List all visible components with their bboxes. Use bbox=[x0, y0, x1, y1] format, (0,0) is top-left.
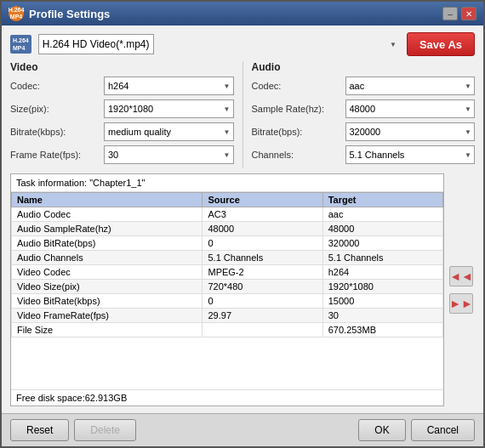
table-cell: h264 bbox=[322, 265, 442, 280]
video-codec-select[interactable]: h264 bbox=[104, 77, 234, 95]
audio-channels-select[interactable]: 5.1 Channels bbox=[345, 145, 476, 164]
save-as-button[interactable]: Save As bbox=[407, 32, 475, 56]
bottom-bar: Reset Delete OK Cancel bbox=[2, 413, 483, 446]
audio-codec-label: Codec: bbox=[252, 81, 345, 91]
next-arrow-button[interactable]: ►► bbox=[449, 293, 473, 314]
table-cell: 670.253MB bbox=[322, 323, 442, 337]
main-area: Task information: "Chapter1_1" Name Sour… bbox=[10, 173, 475, 406]
table-cell: Audio SampleRate(hz) bbox=[12, 222, 203, 236]
table-row: File Size670.253MB bbox=[12, 323, 443, 337]
video-framerate-wrapper: 30 bbox=[104, 145, 234, 164]
audio-bitrate-select[interactable]: 320000 bbox=[345, 122, 476, 141]
audio-section: Audio Codec: aac Sample Rate(hz): 48000 bbox=[252, 61, 476, 168]
delete-button[interactable]: Delete bbox=[74, 419, 136, 441]
video-size-label: Size(pix): bbox=[10, 104, 104, 114]
task-info-header: Task information: "Chapter1_1" bbox=[11, 174, 443, 192]
video-section: Video Codec: h264 Size(pix): 1920*1080 bbox=[10, 61, 234, 168]
video-size-select[interactable]: 1920*1080 bbox=[104, 99, 234, 118]
audio-channels-label: Channels: bbox=[252, 150, 345, 160]
preset-select-wrapper: H.264 HD Video(*.mp4) bbox=[38, 34, 400, 54]
table-cell: 0 bbox=[203, 236, 322, 251]
audio-samplerate-wrapper: 48000 bbox=[345, 99, 476, 118]
video-framerate-row: Frame Rate(fps): 30 bbox=[10, 145, 234, 164]
format-icon: H.264MP4 bbox=[10, 35, 31, 54]
audio-samplerate-row: Sample Rate(hz): 48000 bbox=[252, 99, 476, 118]
table-row: Audio CodecAC3aac bbox=[12, 207, 443, 222]
preset-row: H.264MP4 H.264 HD Video(*.mp4) Save As bbox=[10, 32, 475, 56]
table-cell: Audio BitRate(bps) bbox=[12, 236, 203, 251]
table-cell: 720*480 bbox=[203, 280, 322, 294]
table-row: Audio SampleRate(hz)4800048000 bbox=[12, 222, 443, 236]
table-cell: 320000 bbox=[322, 236, 442, 251]
section-divider bbox=[242, 61, 243, 168]
col-source: Source bbox=[203, 193, 322, 207]
table-cell: Video BitRate(kbps) bbox=[12, 294, 203, 309]
table-cell: 29.97 bbox=[203, 309, 322, 323]
ok-button[interactable]: OK bbox=[358, 419, 405, 441]
preset-select[interactable]: H.264 HD Video(*.mp4) bbox=[38, 34, 154, 54]
audio-bitrate-row: Bitrate(bps): 320000 bbox=[252, 122, 476, 141]
window-title: Profile Settings bbox=[29, 8, 437, 20]
table-cell: aac bbox=[322, 207, 442, 222]
audio-codec-select[interactable]: aac bbox=[345, 77, 476, 95]
video-codec-row: Codec: h264 bbox=[10, 77, 234, 95]
task-info-panel: Task information: "Chapter1_1" Name Sour… bbox=[10, 173, 444, 406]
window-controls: – ✕ bbox=[442, 7, 476, 20]
table-cell: 5.1 Channels bbox=[203, 251, 322, 265]
col-name: Name bbox=[12, 193, 203, 207]
task-table: Name Source Target Audio CodecAC3aacAudi… bbox=[11, 192, 443, 337]
video-bitrate-select[interactable]: medium quality bbox=[104, 122, 234, 141]
table-cell: File Size bbox=[12, 323, 203, 337]
reset-button[interactable]: Reset bbox=[10, 419, 69, 441]
table-cell: Audio Channels bbox=[12, 251, 203, 265]
audio-channels-row: Channels: 5.1 Channels bbox=[252, 145, 476, 164]
main-left: Task information: "Chapter1_1" Name Sour… bbox=[10, 173, 444, 406]
col-target: Target bbox=[322, 193, 442, 207]
audio-codec-row: Codec: aac bbox=[252, 77, 476, 95]
minimize-button[interactable]: – bbox=[442, 7, 458, 20]
video-framerate-label: Frame Rate(fps): bbox=[10, 150, 104, 160]
video-section-title: Video bbox=[10, 61, 234, 73]
title-bar: H.264MP4 Profile Settings – ✕ bbox=[2, 2, 483, 26]
audio-section-title: Audio bbox=[252, 61, 476, 73]
table-row: Audio BitRate(bps)0320000 bbox=[12, 236, 443, 251]
table-cell: 0 bbox=[203, 294, 322, 309]
table-row: Video FrameRate(fps)29.9730 bbox=[12, 309, 443, 323]
table-cell: Video Size(pix) bbox=[12, 280, 203, 294]
video-size-wrapper: 1920*1080 bbox=[104, 99, 234, 118]
table-cell: 5.1 Channels bbox=[322, 251, 442, 265]
video-codec-label: Codec: bbox=[10, 81, 104, 91]
prev-arrow-button[interactable]: ◄◄ bbox=[449, 266, 473, 286]
table-cell: 1920*1080 bbox=[322, 280, 442, 294]
table-row: Video BitRate(kbps)015000 bbox=[12, 294, 443, 309]
audio-codec-wrapper: aac bbox=[345, 77, 476, 95]
table-cell: AC3 bbox=[203, 207, 322, 222]
table-cell: Audio Codec bbox=[12, 207, 203, 222]
close-button[interactable]: ✕ bbox=[461, 7, 476, 20]
disk-space: Free disk space:62.913GB bbox=[11, 389, 443, 405]
table-row: Audio Channels5.1 Channels5.1 Channels bbox=[12, 251, 443, 265]
audio-bitrate-wrapper: 320000 bbox=[345, 122, 476, 141]
audio-samplerate-select[interactable]: 48000 bbox=[345, 99, 476, 118]
table-cell bbox=[203, 323, 322, 337]
cancel-button[interactable]: Cancel bbox=[411, 419, 475, 441]
video-bitrate-row: Bitrate(kbps): medium quality bbox=[10, 122, 234, 141]
table-cell: MPEG-2 bbox=[203, 265, 322, 280]
video-size-row: Size(pix): 1920*1080 bbox=[10, 99, 234, 118]
video-bitrate-label: Bitrate(kbps): bbox=[10, 127, 104, 137]
table-cell: Video Codec bbox=[12, 265, 203, 280]
table-row: Video Size(pix)720*4801920*1080 bbox=[12, 280, 443, 294]
table-cell: 48000 bbox=[203, 222, 322, 236]
table-cell: 48000 bbox=[322, 222, 442, 236]
app-icon: H.264MP4 bbox=[9, 6, 24, 21]
table-cell: 15000 bbox=[322, 294, 442, 309]
audio-samplerate-label: Sample Rate(hz): bbox=[252, 104, 345, 114]
settings-panel: Video Codec: h264 Size(pix): 1920*1080 bbox=[10, 61, 475, 168]
audio-channels-wrapper: 5.1 Channels bbox=[345, 145, 476, 164]
profile-settings-window: H.264MP4 Profile Settings – ✕ H.264MP4 H… bbox=[0, 0, 485, 448]
main-content: H.264MP4 H.264 HD Video(*.mp4) Save As V… bbox=[2, 26, 483, 413]
table-row: Video CodecMPEG-2h264 bbox=[12, 265, 443, 280]
video-framerate-select[interactable]: 30 bbox=[104, 145, 234, 164]
video-codec-wrapper: h264 bbox=[104, 77, 234, 95]
table-cell: 30 bbox=[322, 309, 442, 323]
